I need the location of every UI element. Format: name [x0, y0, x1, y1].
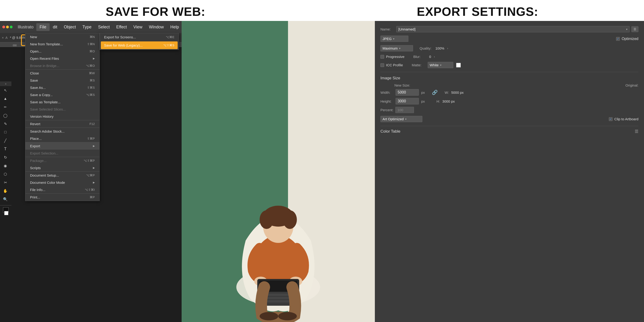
percent-label: Percent: [380, 108, 394, 112]
menu-item-scripts[interactable]: Scripts [26, 164, 100, 171]
format-dropdown[interactable]: JPEG ▾ [380, 35, 408, 42]
color-table-row: Color Table ☰ [380, 126, 638, 134]
menu-item-search-stock[interactable]: Search Adobe Stock... [26, 127, 100, 135]
tool-fill[interactable]: ◉ [0, 161, 11, 170]
menu-item-place[interactable]: Place... ⇧⌘P [26, 135, 100, 142]
menu-object[interactable]: Object [60, 23, 79, 31]
menu-item-export[interactable]: Export [26, 142, 100, 150]
illustration-area [182, 21, 375, 322]
menu-file[interactable]: File [36, 23, 50, 31]
image-size-section: Image Size New Size: Original: Width: px… [380, 76, 638, 122]
menu-item-file-info[interactable]: File Info... ⌥⇧⌘I [26, 186, 100, 193]
menu-window[interactable]: Window [146, 23, 167, 31]
blur-chevron: › [434, 55, 435, 58]
tool-rotate[interactable]: ↻ [0, 153, 11, 161]
maximize-button[interactable] [10, 25, 12, 28]
top-headings: SAVE FOR WEB: EXPORT SETTINGS: [0, 0, 644, 21]
menu-help[interactable]: Help [167, 23, 182, 31]
matte-color-swatch[interactable] [456, 63, 461, 67]
resample-value: Art Optimized [382, 117, 404, 121]
quality-chevron: › [447, 47, 448, 50]
divider-1 [380, 72, 638, 72]
menu-item-revert[interactable]: Revert F12 [26, 120, 100, 127]
close-button[interactable] [2, 25, 5, 28]
menu-item-doc-setup[interactable]: Document Setup... ⌥⌘P [26, 171, 100, 179]
menu-item-print[interactable]: Print... ⌘P [26, 193, 100, 201]
tool-pen[interactable]: ✏ [0, 103, 11, 111]
icc-matte-row: ICC Profile Matte: White ▾ [380, 62, 638, 68]
menu-edit[interactable]: dit [50, 23, 60, 31]
menu-item-open[interactable]: Open... ⌘O [26, 48, 100, 55]
save-for-web-heading: SAVE FOR WEB: [106, 5, 205, 19]
tool-zoom[interactable]: 🔍 [0, 195, 11, 203]
menu-item-new[interactable]: New ⌘N [26, 33, 100, 40]
icc-checkbox[interactable] [380, 63, 384, 67]
menu-item-new-template[interactable]: New from Template... ⇧⌘N [26, 40, 100, 48]
menu-select[interactable]: Select [95, 23, 113, 31]
minimize-button[interactable] [6, 25, 9, 28]
quality-preset: Maximum [382, 46, 398, 50]
tool-select[interactable]: ↖ [0, 86, 11, 94]
menu-type[interactable]: Type [79, 23, 95, 31]
height-input[interactable] [396, 98, 419, 104]
tool-hand[interactable]: ✋ [0, 187, 11, 195]
format-row: JPEG ▾ Optimized [380, 35, 638, 42]
illustrator-screenshot: Illustrato File dit Object Type Select E… [0, 21, 182, 322]
menu-item-doc-color[interactable]: Document Color Mode [26, 179, 100, 186]
matte-value: White [430, 63, 439, 67]
menu-item-package: Package... ⌥⇧⌘P [26, 157, 100, 164]
menu-item-export-selection: Export Selection... [26, 150, 100, 157]
clip-label: Clip to Artboard [614, 117, 638, 121]
window-controls [2, 25, 12, 28]
tool-line[interactable]: ╱ [0, 136, 11, 145]
image-size-title: Image Size [380, 76, 638, 80]
progressive-checkbox[interactable] [380, 55, 384, 59]
format-arrow: ▾ [393, 37, 394, 40]
export-submenu: Export for Screens... ⌥⌘E Save for Web (… [100, 33, 179, 50]
tool-brush[interactable]: ✎ [0, 120, 11, 128]
percent-input[interactable] [395, 107, 414, 113]
tool-rect[interactable]: □ [0, 128, 11, 136]
matte-label: Matte: [412, 63, 426, 67]
name-list-btn[interactable]: ☰ [632, 26, 638, 32]
original-h-value: 3000 px [442, 99, 455, 103]
clip-checkbox[interactable] [609, 117, 612, 121]
app-name: Illustrato [15, 25, 36, 29]
matte-dropdown[interactable]: White ▾ [428, 62, 453, 68]
menu-item-version-history[interactable]: Version History [26, 113, 100, 120]
menu-view[interactable]: View [130, 23, 146, 31]
menu-item-save-slices: Save Selected Slices... [26, 106, 100, 113]
name-dropdown[interactable]: [Unnamed] ▾ [396, 26, 630, 32]
menu-effect[interactable]: Effect [113, 23, 130, 31]
export-settings-heading: EXPORT SETTINGS: [417, 5, 538, 19]
original-w-value: 5000 px [451, 90, 464, 94]
resample-dropdown[interactable]: Art Optimized ▾ [380, 116, 422, 122]
export-settings-panel: Name: [Unnamed] ▾ ☰ JPEG ▾ Optimized [375, 21, 644, 322]
submenu-export-screens[interactable]: Export for Screens... ⌥⌘E [100, 33, 178, 41]
width-input[interactable] [396, 89, 419, 96]
new-size-label: New Size: [394, 83, 410, 87]
link-icon: 🔗 [432, 90, 438, 95]
tool-ellipse[interactable]: ◯ [0, 111, 11, 120]
menu-item-save-copy[interactable]: Save a Copy... ⌥⌘S [26, 91, 100, 98]
quality-preset-dropdown[interactable]: Maximum ▾ [380, 45, 413, 51]
quality-label: Quality: [420, 46, 434, 50]
tool-mesh[interactable]: ⬡ [0, 170, 11, 178]
menu-item-save[interactable]: Save ⌘S [26, 77, 100, 84]
submenu-save-for-web[interactable]: Save for Web (Legacy)... ⌥⇧⌘S [101, 41, 178, 49]
tool-scissors[interactable]: ✂ [0, 178, 11, 187]
tool-direct-select[interactable]: ▲ [0, 94, 11, 103]
menu-item-save-template[interactable]: Save as Template... [26, 98, 100, 106]
svg-point-3 [260, 210, 274, 229]
menu-item-close[interactable]: Close ⌘W [26, 69, 100, 77]
svg-point-13 [260, 312, 278, 320]
color-table-icon: ☰ [635, 129, 638, 134]
optimized-checkbox[interactable] [616, 37, 620, 41]
menu-item-bridge: Browse in Bridge... ⌥⌘O [26, 62, 100, 69]
resample-arrow: ▾ [405, 117, 406, 121]
menu-item-save-as[interactable]: Save As... ⇧⌘S [26, 84, 100, 91]
progressive-blur-row: Progressive Blur: 0 › [380, 55, 638, 59]
tool-type[interactable]: T [0, 145, 11, 153]
width-unit: px [421, 90, 425, 94]
menu-item-open-recent[interactable]: Open Recent Files [26, 55, 100, 62]
